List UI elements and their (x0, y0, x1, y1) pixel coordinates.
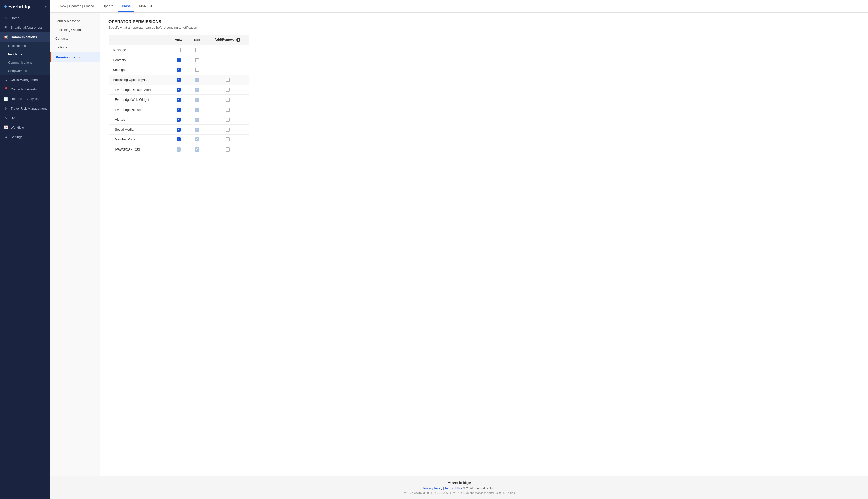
table-cell[interactable] (169, 55, 188, 65)
top-tabs: New | Updated | Closed Update Close MANA… (50, 0, 868, 13)
sidebar-item-settings[interactable]: ⚙ Settings (0, 132, 50, 142)
checkbox[interactable] (176, 88, 181, 92)
table-cell[interactable] (169, 125, 188, 135)
table-cell[interactable] (169, 134, 188, 145)
sidebar-item-notifications[interactable]: Notifications (0, 42, 50, 50)
checkbox[interactable] (195, 78, 199, 82)
checkbox[interactable] (176, 98, 181, 102)
tab-close[interactable]: Close (118, 0, 134, 12)
table-cell[interactable] (206, 134, 249, 145)
checkbox[interactable] (176, 58, 181, 62)
checkbox[interactable] (176, 68, 181, 72)
table-cell[interactable] (188, 95, 206, 105)
tab-new-updated-closed[interactable]: New | Updated | Closed (56, 0, 98, 12)
sidebar-item-incidents[interactable]: Incidents (0, 50, 50, 58)
checkbox[interactable] (176, 127, 181, 132)
table-cell[interactable] (206, 114, 249, 125)
checkbox[interactable] (176, 78, 181, 82)
checkbox[interactable] (225, 118, 230, 122)
sidebar-item-communications[interactable]: 📢 Communications (0, 32, 50, 42)
checkbox[interactable] (195, 108, 199, 112)
checkbox[interactable] (225, 98, 230, 102)
checkbox[interactable] (195, 58, 199, 62)
table-cell[interactable] (169, 145, 188, 155)
sidebar-collapse-button[interactable]: « (45, 5, 47, 9)
checkbox[interactable] (176, 137, 181, 142)
sidebar-item-contacts-assets[interactable]: 📍 Contacts + Assets (0, 84, 50, 94)
checkbox[interactable] (195, 127, 199, 132)
sidebar-sub-communications: Notifications Incidents Communications S… (0, 42, 50, 75)
privacy-policy-link[interactable]: Privacy Policy (423, 487, 442, 490)
table-cell[interactable] (206, 85, 249, 95)
table-cell[interactable] (188, 125, 206, 135)
checkbox[interactable] (176, 118, 181, 122)
left-nav-contacts[interactable]: Contacts (50, 34, 100, 43)
sidebar-item-reports-analytics[interactable]: 📊 Reports + Analytics (0, 94, 50, 104)
table-cell[interactable] (169, 105, 188, 114)
table-cell[interactable] (188, 65, 206, 75)
sidebar-item-ita[interactable]: ∿ ITA (0, 113, 50, 123)
table-row: Message (109, 45, 249, 55)
table-cell[interactable] (206, 145, 249, 155)
checkbox[interactable] (195, 88, 199, 92)
left-nav-panel: Form & Message Publishing Options Contac… (50, 13, 100, 476)
checkbox[interactable] (195, 68, 199, 72)
table-cell[interactable] (206, 125, 249, 135)
sidebar-item-snapcomms[interactable]: SnapComms (0, 66, 50, 75)
row-label: Alertus (109, 114, 169, 125)
table-cell[interactable] (188, 105, 206, 114)
sidebar-item-situational-awareness[interactable]: ◎ Situational Awareness (0, 23, 50, 32)
checkbox[interactable] (225, 88, 230, 92)
terms-of-use-link[interactable]: Terms of Use (445, 487, 462, 490)
col-header-add-remove: Add/Remove i (206, 35, 249, 45)
sidebar-item-home[interactable]: ⌂ Home (0, 13, 50, 23)
checkbox[interactable] (225, 147, 230, 151)
sidebar-item-crisis-management[interactable]: ⊙ Crisis Management (0, 75, 50, 84)
sidebar-item-workflow[interactable]: 📈 Workflow (0, 123, 50, 132)
checkbox[interactable] (195, 118, 199, 122)
left-nav-settings[interactable]: Settings (50, 43, 100, 52)
table-cell[interactable] (206, 75, 249, 85)
left-nav-form-message[interactable]: Form & Message (50, 16, 100, 25)
left-nav-publishing-options[interactable]: Publishing Options (50, 25, 100, 34)
table-cell[interactable] (169, 45, 188, 55)
tab-update[interactable]: Update (99, 0, 117, 12)
checkbox[interactable] (225, 78, 230, 82)
table-cell[interactable] (169, 114, 188, 125)
table-cell[interactable] (169, 95, 188, 105)
checkbox[interactable] (225, 108, 230, 112)
sidebar-item-travel-risk[interactable]: ✈ Travel Risk Management (0, 104, 50, 113)
row-label: Publishing Options (All) (109, 75, 169, 85)
table-cell[interactable] (188, 55, 206, 65)
checkbox[interactable] (176, 48, 181, 52)
table-cell[interactable] (188, 145, 206, 155)
table-cell[interactable] (188, 134, 206, 145)
sidebar-logo: ✦everbridge « (0, 0, 50, 13)
table-cell[interactable] (188, 114, 206, 125)
table-cell[interactable] (188, 85, 206, 95)
row-label: Social Media (109, 125, 169, 135)
tab-manage[interactable]: MANAGE (136, 0, 157, 12)
table-cell[interactable] (169, 65, 188, 75)
sidebar-item-communications-sub[interactable]: Communications (0, 58, 50, 66)
table-cell[interactable] (206, 95, 249, 105)
checkbox[interactable] (176, 147, 181, 151)
checkbox[interactable] (225, 127, 230, 132)
left-nav-permissions[interactable]: Permissions ← (50, 52, 100, 62)
add-remove-info-icon[interactable]: i (236, 38, 240, 42)
table-cell[interactable] (206, 105, 249, 114)
home-icon: ⌂ (3, 16, 8, 20)
checkbox[interactable] (195, 137, 199, 142)
table-row: Social Media (109, 125, 249, 135)
checkbox[interactable] (176, 108, 181, 112)
table-cell[interactable] (188, 75, 206, 85)
table-cell[interactable] (169, 85, 188, 95)
table-cell[interactable] (188, 45, 206, 55)
checkbox[interactable] (195, 147, 199, 151)
travel-risk-icon: ✈ (3, 106, 8, 110)
workflow-icon: 📈 (3, 125, 8, 130)
table-cell[interactable] (169, 75, 188, 85)
checkbox[interactable] (225, 137, 230, 142)
checkbox[interactable] (195, 48, 199, 52)
checkbox[interactable] (195, 98, 199, 102)
